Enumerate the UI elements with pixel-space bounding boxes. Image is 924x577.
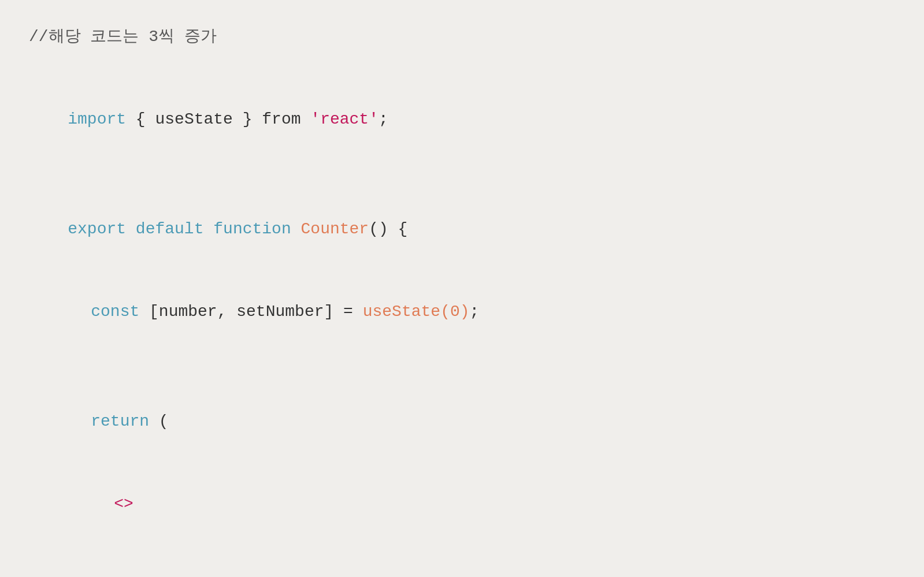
- export-line: export default function Counter() {: [29, 188, 895, 271]
- code-container: //해당 코드는 3씩 증가 import { useState } from …: [29, 23, 895, 577]
- import-line: import { useState } from 'react';: [29, 78, 895, 161]
- h1-line: <h1>{number}</h1>: [29, 545, 895, 577]
- fragment-open-line: <>: [29, 463, 895, 546]
- comment-top: //해당 코드는 3씩 증가: [29, 23, 895, 51]
- blank-3: [29, 353, 895, 381]
- blank-2: [29, 161, 895, 188]
- return-line: return (: [29, 381, 895, 463]
- const-line: const [number, setNumber] = useState(0);: [29, 270, 895, 353]
- import-keyword: import: [68, 110, 126, 128]
- blank-1: [29, 51, 895, 79]
